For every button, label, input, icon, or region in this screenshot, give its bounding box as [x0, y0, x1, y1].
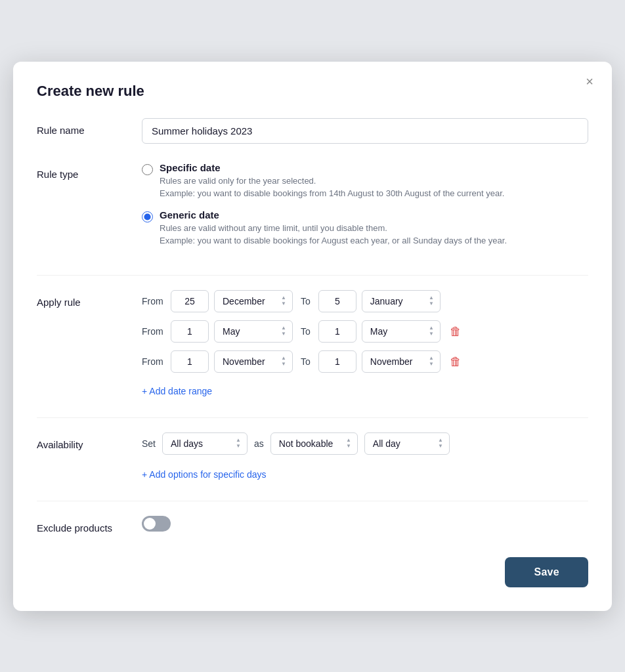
to-month-select[interactable]: JanuaryFebruaryMarchAprilMayJuneJulyAugu…	[362, 290, 441, 312]
specific-date-desc1: Rules are valid only for the year select…	[160, 175, 504, 188]
date-range-row: FromJanuaryFebruaryMarchAprilMayJuneJuly…	[142, 290, 588, 312]
generic-date-desc1: Rules are valid without any time limit, …	[160, 222, 507, 235]
from-day-input[interactable]	[171, 290, 209, 312]
not-bookable-select-wrapper: Not bookableBookable ▲▼	[270, 432, 358, 455]
as-label: as	[254, 438, 264, 449]
toggle-x-icon: ✕	[146, 519, 152, 528]
not-bookable-select[interactable]: Not bookableBookable	[270, 432, 358, 455]
to-day-input[interactable]	[318, 350, 356, 373]
apply-rule-content: FromJanuaryFebruaryMarchAprilMayJuneJuly…	[142, 290, 588, 399]
from-month-select[interactable]: JanuaryFebruaryMarchAprilMayJuneJulyAugu…	[214, 350, 293, 373]
toggle-slider: ✕	[142, 516, 171, 532]
time-select[interactable]: All dayMorningAfternoonEvening	[364, 432, 450, 455]
set-label: Set	[142, 438, 156, 449]
close-button[interactable]: ×	[582, 74, 597, 89]
from-label: From	[142, 326, 165, 337]
generic-date-option: Generic date Rules are valid without any…	[142, 209, 588, 247]
to-month-select-wrapper: JanuaryFebruaryMarchAprilMayJuneJulyAugu…	[362, 320, 441, 343]
availability-label: Availability	[37, 432, 142, 450]
add-specific-days-button[interactable]: + Add options for specific days	[142, 467, 267, 482]
save-button[interactable]: Save	[505, 557, 588, 587]
apply-rule-row: Apply rule FromJanuaryFebruaryMarchApril…	[37, 290, 588, 399]
from-day-input[interactable]	[171, 320, 209, 343]
to-label: To	[301, 356, 311, 367]
create-rule-modal: × Create new rule Rule name Rule type Sp…	[13, 62, 612, 611]
availability-row: Availability Set All daysWeekdaysWeekend…	[37, 432, 588, 482]
to-day-input[interactable]	[318, 290, 356, 312]
to-label: To	[301, 326, 311, 337]
apply-rule-label: Apply rule	[37, 290, 142, 308]
availability-set-row: Set All daysWeekdaysWeekendsMondayTuesda…	[142, 432, 588, 455]
date-range-row: FromJanuaryFebruaryMarchAprilMayJuneJuly…	[142, 320, 588, 343]
modal-footer: Save	[37, 557, 588, 587]
all-days-select[interactable]: All daysWeekdaysWeekendsMondayTuesdayWed…	[162, 432, 248, 455]
to-label: To	[301, 296, 311, 306]
rule-name-label: Rule name	[37, 118, 142, 136]
from-day-input[interactable]	[171, 350, 209, 373]
to-month-select-wrapper: JanuaryFebruaryMarchAprilMayJuneJulyAugu…	[362, 290, 441, 312]
from-month-select-wrapper: JanuaryFebruaryMarchAprilMayJuneJulyAugu…	[214, 350, 293, 373]
from-month-select-wrapper: JanuaryFebruaryMarchAprilMayJuneJulyAugu…	[214, 290, 293, 312]
delete-range-button[interactable]: 🗑	[446, 353, 465, 370]
date-range-row: FromJanuaryFebruaryMarchAprilMayJuneJuly…	[142, 350, 588, 373]
time-select-wrapper: All dayMorningAfternoonEvening ▲▼	[364, 432, 450, 455]
specific-date-label: Specific date	[160, 162, 504, 173]
exclude-products-toggle[interactable]: ✕	[142, 516, 171, 532]
generic-date-desc2: Example: you want to disable bookings fo…	[160, 234, 507, 247]
from-month-select[interactable]: JanuaryFebruaryMarchAprilMayJuneJulyAugu…	[214, 290, 293, 312]
generic-date-label: Generic date	[160, 209, 507, 220]
from-label: From	[142, 356, 165, 367]
from-label: From	[142, 296, 165, 306]
availability-content: Set All daysWeekdaysWeekendsMondayTuesda…	[142, 432, 588, 482]
rule-name-content	[142, 118, 588, 144]
to-day-input[interactable]	[318, 320, 356, 343]
rule-name-input[interactable]	[142, 118, 588, 144]
from-month-select[interactable]: JanuaryFebruaryMarchAprilMayJuneJulyAugu…	[214, 320, 293, 343]
toggle-wrapper: ✕	[142, 516, 588, 532]
delete-range-button[interactable]: 🗑	[446, 323, 465, 340]
specific-date-desc2: Example: you want to disable bookings fr…	[160, 187, 504, 200]
add-date-range-button[interactable]: + Add date range	[142, 383, 212, 399]
rule-type-label: Rule type	[37, 162, 142, 180]
modal-title: Create new rule	[37, 83, 588, 100]
to-month-select-wrapper: JanuaryFebruaryMarchAprilMayJuneJulyAugu…	[362, 350, 441, 373]
generic-date-radio[interactable]	[142, 211, 153, 222]
exclude-products-row: Exclude products ✕	[37, 516, 588, 534]
specific-date-radio[interactable]	[142, 164, 153, 175]
rule-name-row: Rule name	[37, 118, 588, 144]
rule-type-content: Specific date Rules are valid only for t…	[142, 162, 588, 257]
rule-type-row: Rule type Specific date Rules are valid …	[37, 162, 588, 257]
to-month-select[interactable]: JanuaryFebruaryMarchAprilMayJuneJulyAugu…	[362, 320, 441, 343]
exclude-products-content: ✕	[142, 516, 588, 532]
all-days-select-wrapper: All daysWeekdaysWeekendsMondayTuesdayWed…	[162, 432, 248, 455]
from-month-select-wrapper: JanuaryFebruaryMarchAprilMayJuneJulyAugu…	[214, 320, 293, 343]
specific-date-option: Specific date Rules are valid only for t…	[142, 162, 588, 200]
exclude-products-label: Exclude products	[37, 516, 142, 534]
to-month-select[interactable]: JanuaryFebruaryMarchAprilMayJuneJulyAugu…	[362, 350, 441, 373]
